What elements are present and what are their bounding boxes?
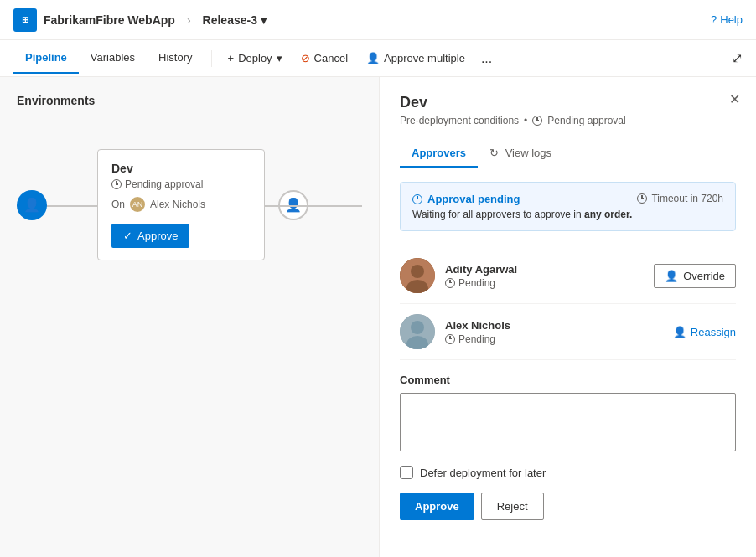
reassign-button[interactable]: 👤 Reassign xyxy=(673,326,736,338)
bottom-actions: Approve Reject xyxy=(400,493,736,520)
defer-checkbox[interactable] xyxy=(400,466,413,479)
help-icon: ? xyxy=(711,13,717,26)
refresh-icon: ↻ xyxy=(489,147,499,159)
defer-label: Defer deployment for later xyxy=(420,467,546,479)
person-icon: 👤 xyxy=(23,197,40,213)
expand-button[interactable]: ⤢ xyxy=(732,50,743,66)
svg-point-1 xyxy=(411,265,424,278)
tab-approvers[interactable]: Approvers xyxy=(400,140,478,168)
tab-pipeline[interactable]: Pipeline xyxy=(13,43,79,74)
override-icon: 👤 xyxy=(665,270,678,282)
cancel-action[interactable]: ⊘ Cancel xyxy=(292,46,357,70)
nav-divider xyxy=(211,50,212,67)
approver-status-adity: Pending xyxy=(445,277,654,289)
comment-label: Comment xyxy=(400,374,736,386)
banner-timeout: Timeout in 720h xyxy=(637,193,723,204)
panel-subtitle: Pre-deployment conditions • Pending appr… xyxy=(400,115,736,126)
deploy-chevron-icon: ▾ xyxy=(277,52,282,64)
checkmark-icon: ✓ xyxy=(123,230,132,242)
banner-left: Approval pending Waiting for all approve… xyxy=(412,193,632,220)
top-bar: ⊞ FabrikamFibre WebApp › Release-3 ▾ ? H… xyxy=(0,0,756,40)
approver-name-alex: Alex Nichols xyxy=(445,319,673,332)
approver-clock-icon-2 xyxy=(445,334,455,344)
approver-info-alex: Alex Nichols Pending xyxy=(445,319,673,345)
user-circle-icon: 👤 xyxy=(17,190,47,220)
reassign-icon: 👤 xyxy=(673,326,686,338)
clock-icon xyxy=(111,179,122,189)
release-selector[interactable]: Release-3 ▾ xyxy=(203,13,267,27)
env-name: Dev xyxy=(111,162,251,175)
start-circle: 👤 xyxy=(17,190,47,220)
breadcrumb-sep: › xyxy=(187,13,191,27)
approver-status-alex: Pending xyxy=(445,333,673,345)
override-button[interactable]: 👤 Override xyxy=(654,264,736,288)
final-approve-button[interactable]: Approve xyxy=(400,493,474,520)
env-status: Pending approval xyxy=(111,178,251,190)
tab-variables[interactable]: Variables xyxy=(79,43,147,74)
approver-avatar-alex xyxy=(400,314,435,349)
banner-desc: Waiting for all approvers to approve in … xyxy=(412,209,632,220)
approver-row-alex: Alex Nichols Pending 👤 Reassign xyxy=(400,304,736,360)
close-button[interactable]: ✕ xyxy=(722,87,746,111)
plus-icon: + xyxy=(228,52,235,64)
banner-clock-icon xyxy=(412,194,422,204)
svg-point-4 xyxy=(411,321,424,334)
approve-button[interactable]: ✓ Approve xyxy=(111,224,189,248)
subtitle-clock-icon xyxy=(532,116,542,126)
main-layout: Environments 👤 Dev Pending approval On A… xyxy=(0,77,756,557)
right-panel: ✕ Dev Pre-deployment conditions • Pendin… xyxy=(379,77,756,557)
approver-clock-icon xyxy=(445,278,455,288)
left-panel: Environments 👤 Dev Pending approval On A… xyxy=(0,77,379,557)
cancel-icon: ⊘ xyxy=(301,52,310,64)
pipeline-area: 👤 Dev Pending approval On AN Alex Nichol… xyxy=(17,132,362,277)
banner-title: Approval pending xyxy=(412,193,632,205)
tab-view-logs[interactable]: ↻ View logs xyxy=(478,140,563,168)
env-dev-box: Dev Pending approval On AN Alex Nichols … xyxy=(97,149,265,260)
approval-banner: Approval pending Waiting for all approve… xyxy=(400,182,736,231)
env-user-row: On AN Alex Nichols xyxy=(111,197,251,212)
panel-title: Dev xyxy=(400,94,736,111)
environments-title: Environments xyxy=(17,94,362,107)
help-link[interactable]: ? Help xyxy=(711,13,743,26)
app-name: FabrikamFibre WebApp xyxy=(44,13,175,27)
approver-row-adity: Adity Agarwal Pending 👤 Override xyxy=(400,248,736,304)
deploy-action[interactable]: + Deploy ▾ xyxy=(219,46,292,70)
expand-icon: ⤢ xyxy=(732,51,743,65)
approver-avatar-adity xyxy=(400,258,435,293)
chevron-down-icon: ▾ xyxy=(261,13,267,27)
app-logo: ⊞ xyxy=(13,8,37,32)
logo-grid-icon: ⊞ xyxy=(22,15,28,24)
comment-input[interactable] xyxy=(400,393,736,451)
timeout-clock-icon xyxy=(637,193,647,204)
tab-history[interactable]: History xyxy=(147,43,204,74)
more-actions[interactable]: ... xyxy=(474,46,499,71)
approve-multiple-action[interactable]: 👤 Approve multiple xyxy=(357,46,474,70)
approver-info-adity: Adity Agarwal Pending xyxy=(445,263,654,289)
reject-button[interactable]: Reject xyxy=(481,493,544,520)
env-user-avatar: AN xyxy=(130,197,145,212)
approver-name-adity: Adity Agarwal xyxy=(445,263,654,276)
nav-bar: Pipeline Variables History + Deploy ▾ ⊘ … xyxy=(0,40,756,77)
panel-tabs: Approvers ↻ View logs xyxy=(400,140,736,168)
user-icon: 👤 xyxy=(366,52,380,64)
defer-row: Defer deployment for later xyxy=(400,466,736,479)
